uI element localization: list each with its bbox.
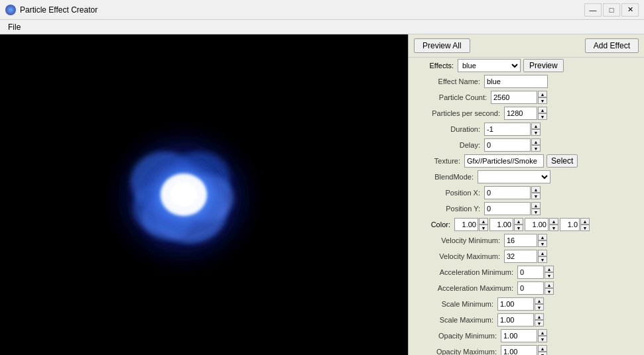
scale-max-down[interactable]: ▼ bbox=[535, 320, 544, 327]
accel-max-spin-buttons: ▲ ▼ bbox=[545, 281, 554, 295]
color-a-up[interactable]: ▲ bbox=[580, 218, 590, 225]
velocity-min-input[interactable] bbox=[504, 234, 537, 247]
color-g-down[interactable]: ▼ bbox=[514, 225, 523, 231]
position-x-up[interactable]: ▲ bbox=[531, 186, 541, 193]
opacity-max-input[interactable] bbox=[501, 345, 537, 355]
scale-max-spinbox: ▲ ▼ bbox=[497, 313, 544, 327]
opacity-min-down[interactable]: ▼ bbox=[538, 336, 547, 342]
particles-per-second-label: Particles per second: bbox=[411, 109, 504, 117]
velocity-min-up[interactable]: ▲ bbox=[538, 234, 547, 240]
accel-max-down[interactable]: ▼ bbox=[545, 288, 554, 295]
scale-max-label: Scale Maximum: bbox=[411, 316, 497, 324]
scale-max-input[interactable] bbox=[497, 313, 534, 327]
color-r-down[interactable]: ▼ bbox=[479, 225, 488, 231]
blendmode-row: BlendMode: bbox=[409, 169, 644, 185]
texture-input[interactable] bbox=[464, 154, 544, 168]
accel-max-up[interactable]: ▲ bbox=[545, 281, 554, 288]
delay-up[interactable]: ▲ bbox=[531, 138, 541, 145]
panel-scroll[interactable]: Effects: blue Preview Effect Name: Parti… bbox=[409, 58, 644, 355]
duration-up[interactable]: ▲ bbox=[531, 123, 541, 129]
scale-min-spin-buttons: ▲ ▼ bbox=[535, 297, 544, 311]
add-effect-button[interactable]: Add Effect bbox=[585, 38, 639, 53]
app-icon bbox=[5, 5, 16, 15]
color-g-input[interactable] bbox=[489, 218, 513, 231]
scale-max-up[interactable]: ▲ bbox=[535, 313, 544, 320]
velocity-min-spinbox: ▲ ▼ bbox=[504, 234, 547, 247]
color-inputs: ▲ ▼ ▲ ▼ bbox=[454, 218, 590, 231]
opacity-min-up[interactable]: ▲ bbox=[538, 329, 547, 336]
opacity-min-spin-buttons: ▲ ▼ bbox=[538, 329, 547, 342]
delay-row: Delay: ▲ ▼ bbox=[409, 137, 644, 153]
scale-min-down[interactable]: ▼ bbox=[535, 304, 544, 311]
velocity-max-up[interactable]: ▲ bbox=[538, 250, 547, 256]
particles-per-second-down[interactable]: ▼ bbox=[538, 113, 547, 120]
color-a-input[interactable] bbox=[560, 218, 580, 231]
particles-per-second-up[interactable]: ▲ bbox=[538, 107, 547, 113]
particle-count-row: Particle Count: ▲ ▼ bbox=[409, 89, 644, 105]
duration-input[interactable] bbox=[484, 123, 531, 136]
accel-min-up[interactable]: ▲ bbox=[545, 266, 554, 272]
opacity-max-down[interactable]: ▼ bbox=[538, 352, 547, 355]
particle-count-input[interactable] bbox=[491, 91, 537, 104]
position-y-input[interactable] bbox=[484, 202, 531, 215]
position-y-spinbox: ▲ ▼ bbox=[484, 202, 541, 215]
color-g-up[interactable]: ▲ bbox=[514, 218, 523, 225]
position-x-row: Position X: ▲ ▼ bbox=[409, 185, 644, 201]
effect-name-input[interactable] bbox=[484, 75, 548, 88]
preview-all-button[interactable]: Preview All bbox=[414, 38, 470, 53]
particles-per-second-row: Particles per second: ▲ ▼ bbox=[409, 105, 644, 121]
scale-min-input[interactable] bbox=[497, 297, 534, 311]
particle-count-down[interactable]: ▼ bbox=[538, 97, 547, 104]
blendmode-dropdown[interactable] bbox=[478, 170, 550, 183]
color-r-up[interactable]: ▲ bbox=[479, 218, 488, 225]
velocity-max-down[interactable]: ▼ bbox=[538, 256, 547, 263]
position-y-row: Position Y: ▲ ▼ bbox=[409, 201, 644, 217]
velocity-max-input[interactable] bbox=[504, 250, 537, 263]
color-b-spin-buttons: ▲ ▼ bbox=[549, 218, 558, 231]
accel-max-label: Acceleration Maximum: bbox=[411, 284, 517, 292]
duration-row: Duration: ▲ ▼ bbox=[409, 121, 644, 137]
color-label: Color: bbox=[411, 221, 454, 228]
color-b-down[interactable]: ▼ bbox=[549, 225, 558, 231]
opacity-max-up[interactable]: ▲ bbox=[538, 345, 547, 352]
color-r-input[interactable] bbox=[454, 218, 478, 231]
velocity-min-label: Velocity Minimum: bbox=[411, 236, 504, 244]
panel-top-buttons: Preview All Add Effect bbox=[409, 34, 644, 58]
accel-min-spin-buttons: ▲ ▼ bbox=[545, 266, 554, 279]
position-x-down[interactable]: ▼ bbox=[531, 193, 541, 199]
position-y-up[interactable]: ▲ bbox=[531, 202, 541, 209]
color-b-up[interactable]: ▲ bbox=[549, 218, 558, 225]
color-a-down[interactable]: ▼ bbox=[580, 225, 590, 231]
color-r-spin-buttons: ▲ ▼ bbox=[479, 218, 488, 231]
main-content: Preview All Add Effect Effects: blue Pre… bbox=[0, 34, 644, 355]
select-texture-button[interactable]: Select bbox=[547, 154, 578, 168]
texture-row: Texture: Select bbox=[409, 153, 644, 169]
position-x-input[interactable] bbox=[484, 186, 531, 199]
scale-min-up[interactable]: ▲ bbox=[535, 297, 544, 304]
scale-min-label: Scale Minimum: bbox=[411, 300, 497, 308]
color-b-input[interactable] bbox=[525, 218, 548, 231]
accel-min-down[interactable]: ▼ bbox=[545, 272, 554, 279]
minimize-button[interactable]: — bbox=[584, 3, 602, 17]
velocity-max-row: Velocity Maximum: ▲ ▼ bbox=[409, 248, 644, 264]
particles-per-second-input[interactable] bbox=[504, 107, 537, 120]
preview-button[interactable]: Preview bbox=[523, 59, 564, 72]
maximize-button[interactable]: □ bbox=[603, 3, 620, 17]
particle-count-up[interactable]: ▲ bbox=[538, 91, 547, 97]
delay-down[interactable]: ▼ bbox=[531, 145, 541, 152]
close-button[interactable]: ✕ bbox=[621, 3, 639, 17]
accel-max-input[interactable] bbox=[517, 281, 544, 295]
opacity-min-input[interactable] bbox=[501, 329, 537, 342]
effects-dropdown[interactable]: blue bbox=[458, 59, 521, 72]
color-a-spin-buttons: ▲ ▼ bbox=[580, 218, 590, 231]
velocity-min-down[interactable]: ▼ bbox=[538, 240, 547, 247]
position-x-spin-buttons: ▲ ▼ bbox=[531, 186, 541, 199]
duration-down[interactable]: ▼ bbox=[531, 129, 541, 136]
position-y-down[interactable]: ▼ bbox=[531, 209, 541, 215]
velocity-min-spin-buttons: ▲ ▼ bbox=[538, 234, 547, 247]
accel-min-input[interactable] bbox=[517, 266, 544, 279]
opacity-min-label: Opacity Minimum: bbox=[411, 332, 501, 340]
file-menu[interactable]: File bbox=[3, 21, 26, 33]
effects-row: Effects: blue Preview bbox=[409, 58, 644, 74]
delay-input[interactable] bbox=[484, 138, 531, 152]
